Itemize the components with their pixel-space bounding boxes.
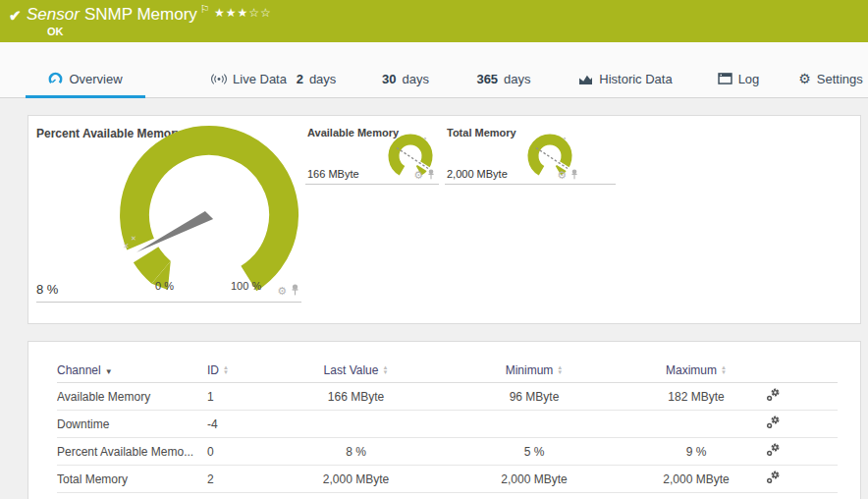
main-gauge-module: Percent Available Memory ✕ ✕ 8 % 0 % 100… bbox=[36, 122, 301, 303]
status-badge: OK bbox=[47, 26, 64, 37]
sort-icon: ▲▼ bbox=[223, 365, 229, 375]
mini-gauge-actions: ⚙ bbox=[413, 166, 435, 184]
pin-icon[interactable] bbox=[291, 282, 299, 300]
stars-filled: ★★★ bbox=[214, 6, 248, 20]
svg-text:✕: ✕ bbox=[131, 235, 136, 242]
tab-label: Historic Data bbox=[599, 72, 672, 86]
flag-icon[interactable]: ⚐ bbox=[200, 3, 210, 15]
channel-settings-icon[interactable] bbox=[750, 442, 838, 461]
column-header-last-value[interactable]: Last Value▲▼ bbox=[286, 363, 426, 377]
mini-gauge-actions: ⚙ bbox=[557, 166, 578, 184]
sensor-title: SNMP Memory bbox=[84, 5, 197, 24]
column-header-id[interactable]: ID▲▼ bbox=[207, 363, 286, 377]
table-row: Total Memory 2 2,000 MByte 2,000 MByte 2… bbox=[57, 466, 838, 493]
channel-name[interactable]: Total Memory bbox=[57, 472, 207, 486]
channel-name[interactable]: Downtime bbox=[57, 417, 207, 431]
sort-desc-icon: ▼ bbox=[105, 367, 113, 376]
tab-label: Log bbox=[738, 72, 760, 86]
channel-maximum: 2,000 MByte bbox=[642, 472, 750, 486]
tab-label: days bbox=[309, 72, 336, 86]
pin-icon[interactable] bbox=[427, 166, 435, 184]
gauge-settings-gear-icon[interactable]: ⚙ bbox=[413, 170, 423, 181]
tab-bar: Overview Live Data 2 days 30 days 365 da… bbox=[0, 42, 868, 98]
active-tab-underline bbox=[26, 95, 145, 98]
gauges-panel: Percent Available Memory ✕ ✕ 8 % 0 % 100… bbox=[27, 115, 861, 324]
percent-gauge: ✕ ✕ bbox=[101, 122, 317, 308]
channel-minimum: 2,000 MByte bbox=[426, 472, 642, 486]
pin-icon[interactable] bbox=[570, 166, 578, 184]
log-icon bbox=[718, 73, 732, 84]
total-memory-module: Total Memory 2,000 MByte ⚙ bbox=[445, 122, 616, 185]
table-header-row: Channel▼ ID▲▼ Last Value▲▼ Minimum▲▼ Max… bbox=[57, 358, 838, 383]
svg-text:✕: ✕ bbox=[123, 242, 130, 250]
channel-table: Channel▼ ID▲▼ Last Value▲▼ Minimum▲▼ Max… bbox=[57, 358, 838, 493]
channel-last-value: 166 MByte bbox=[286, 390, 426, 404]
channel-settings-icon[interactable] bbox=[750, 415, 838, 433]
tab-log[interactable]: Log bbox=[709, 59, 768, 98]
tab-overview[interactable]: Overview bbox=[26, 59, 145, 98]
available-memory-module: Available Memory 166 MByte ⚙ bbox=[305, 122, 439, 185]
stars-empty: ☆☆ bbox=[248, 6, 272, 20]
main-gauge-value: 8 % bbox=[36, 282, 58, 297]
gauge-icon bbox=[48, 72, 63, 86]
sort-icon: ▲▼ bbox=[382, 365, 388, 375]
column-header-channel[interactable]: Channel▼ bbox=[57, 363, 207, 377]
gauge-settings-gear-icon[interactable]: ⚙ bbox=[277, 286, 287, 297]
mini-gauge-value: 2,000 MByte bbox=[447, 168, 508, 180]
table-row: Percent Available Memo... 0 8 % 5 % 9 % bbox=[57, 438, 838, 466]
priority-stars[interactable]: ★★★☆☆ bbox=[214, 6, 272, 20]
tab-number: 2 bbox=[297, 72, 303, 86]
sensor-header: ✔ SensorSNMP Memory⚐ ★★★☆☆ OK bbox=[0, 0, 868, 42]
channel-minimum: 5 % bbox=[426, 445, 642, 459]
tab-label: Overview bbox=[69, 72, 122, 86]
channel-last-value: 2,000 MByte bbox=[286, 472, 426, 486]
channel-maximum: 182 MByte bbox=[642, 390, 750, 404]
gauge-settings-gear-icon[interactable]: ⚙ bbox=[557, 170, 567, 181]
tab-30-days[interactable]: 30 days bbox=[374, 59, 437, 98]
channel-id: 0 bbox=[207, 445, 286, 459]
channel-name[interactable]: Percent Available Memo... bbox=[57, 445, 207, 459]
tab-number: 365 bbox=[476, 72, 498, 86]
channel-settings-icon[interactable] bbox=[750, 470, 838, 488]
gear-icon: ⚙ bbox=[798, 72, 811, 85]
table-row: Available Memory 1 166 MByte 96 MByte 18… bbox=[57, 383, 838, 411]
channel-id: 2 bbox=[207, 472, 286, 486]
tab-settings[interactable]: ⚙ Settings bbox=[793, 59, 868, 98]
mini-gauge-value: 166 MByte bbox=[307, 168, 359, 180]
tab-historic-data[interactable]: Historic Data bbox=[569, 59, 682, 98]
tab-live-data[interactable]: Live Data bbox=[202, 59, 296, 98]
tab-label: days bbox=[403, 72, 429, 86]
sort-icon: ▲▼ bbox=[557, 365, 563, 375]
main-gauge-actions: ⚙ bbox=[277, 282, 299, 300]
channel-minimum: 96 MByte bbox=[426, 390, 642, 404]
sort-icon: ▲▼ bbox=[721, 365, 727, 375]
chart-icon bbox=[578, 73, 593, 85]
live-icon bbox=[211, 73, 227, 85]
table-row: Downtime -4 bbox=[57, 411, 838, 438]
channels-panel: Channel▼ ID▲▼ Last Value▲▼ Minimum▲▼ Max… bbox=[27, 341, 861, 499]
mini-gauge-title: Total Memory bbox=[447, 127, 516, 139]
gauge-scale-max: 100 % bbox=[231, 280, 261, 292]
column-header-minimum[interactable]: Minimum▲▼ bbox=[426, 363, 642, 377]
channel-settings-icon[interactable] bbox=[750, 387, 838, 406]
tab-365-days[interactable]: 365 days bbox=[468, 59, 539, 98]
channel-id: 1 bbox=[207, 390, 286, 404]
channel-name[interactable]: Available Memory bbox=[57, 390, 207, 404]
tab-label: days bbox=[504, 72, 530, 86]
tab-2-days[interactable]: 2 days bbox=[288, 59, 345, 98]
sensor-kind-label: Sensor bbox=[27, 5, 80, 24]
channel-maximum: 9 % bbox=[642, 445, 750, 459]
channel-last-value: 8 % bbox=[286, 445, 426, 459]
tab-label: Settings bbox=[817, 72, 863, 86]
tab-number: 30 bbox=[382, 72, 396, 86]
column-header-maximum[interactable]: Maximum▲▼ bbox=[642, 363, 750, 377]
tab-label: Live Data bbox=[233, 72, 287, 86]
ok-check-icon: ✔ bbox=[9, 7, 22, 25]
channel-id: -4 bbox=[207, 417, 286, 431]
gauge-scale-min: 0 % bbox=[155, 280, 174, 292]
page-title: SensorSNMP Memory⚐ bbox=[27, 5, 210, 25]
